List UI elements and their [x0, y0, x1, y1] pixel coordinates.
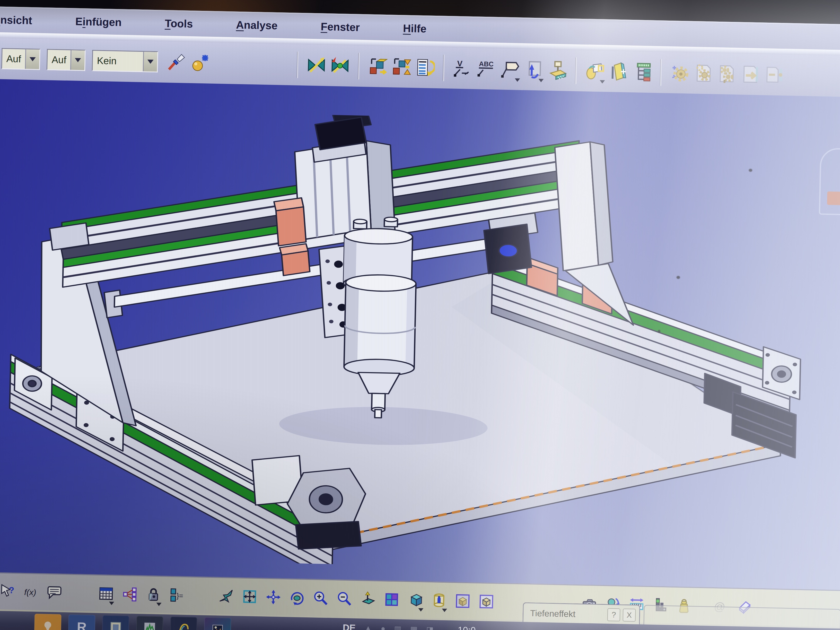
- zoom-out-icon[interactable]: [335, 590, 353, 607]
- scene-light-icon[interactable]: [546, 59, 568, 81]
- doc-transfer-icon[interactable]: [763, 64, 785, 86]
- comment-icon[interactable]: [46, 584, 63, 602]
- session-list-icon[interactable]: [414, 56, 436, 79]
- dust-speck: [658, 330, 660, 333]
- product-structure-icon[interactable]: [631, 61, 653, 83]
- cnc-machine-model: [0, 108, 829, 575]
- graphic-combo-1[interactable]: Auf: [1, 48, 40, 70]
- design-table-icon[interactable]: [97, 585, 115, 602]
- pan-icon[interactable]: [264, 588, 282, 606]
- tray-network-icon[interactable]: ▦: [410, 625, 418, 630]
- fit-all-icon[interactable]: [241, 588, 258, 606]
- text-with-leader-icon[interactable]: ABC: [475, 58, 497, 80]
- graphic-combo-2[interactable]: Auf: [47, 49, 86, 71]
- doc-gear-icon[interactable]: [692, 62, 714, 84]
- graphic-combo-3[interactable]: Kein: [92, 50, 158, 72]
- shading-edges-icon[interactable]: [477, 593, 495, 610]
- doc-gears-icon[interactable]: [716, 63, 738, 85]
- toolbar-separator: [660, 59, 662, 86]
- dust-speck: [676, 276, 680, 279]
- catia-window: Ansicht Einfügen Tools Analyse Fenster H…: [0, 6, 840, 630]
- dialog-title: Tiefeneffekt: [530, 608, 605, 620]
- rotate-icon[interactable]: [288, 589, 306, 606]
- isometric-view-icon[interactable]: [406, 591, 424, 609]
- workbench-badge-icon[interactable]: W: [819, 148, 840, 215]
- menu-ansicht[interactable]: Ansicht: [0, 14, 32, 27]
- window-app-icon[interactable]: [102, 615, 129, 630]
- combo-dropdown-icon[interactable]: [70, 50, 85, 70]
- tiefeneffekt-dialog: Tiefeneffekt ? X: [523, 602, 640, 625]
- zoom-in-icon[interactable]: [312, 589, 329, 607]
- combo-dropdown-icon[interactable]: [25, 49, 39, 69]
- dialog-close-button[interactable]: X: [622, 609, 636, 622]
- menu-fenster[interactable]: Fenster: [321, 21, 360, 34]
- menu-analyse[interactable]: Analyse: [236, 19, 278, 32]
- shading-icon[interactable]: [454, 592, 472, 610]
- tray-volume-icon[interactable]: ◨: [426, 625, 434, 630]
- svg-text:V: V: [457, 59, 463, 68]
- catia-app-icon[interactable]: [170, 617, 197, 630]
- toolbar-separator: [443, 55, 445, 81]
- render-style-icon[interactable]: [430, 592, 448, 609]
- dialog-help-button[interactable]: ?: [607, 608, 620, 621]
- section-slice-icon[interactable]: [329, 55, 351, 77]
- tray-updates-icon[interactable]: ▲: [364, 624, 372, 630]
- doc-export-icon[interactable]: [740, 63, 762, 85]
- hyperlink-icon[interactable]: [523, 59, 545, 81]
- magic-wand-icon[interactable]: [189, 52, 211, 74]
- menu-einfuegen[interactable]: Einfügen: [75, 16, 122, 29]
- pin-app-icon[interactable]: [34, 614, 62, 630]
- swap-components-icon[interactable]: [390, 56, 412, 78]
- edit-part-icon[interactable]: [584, 60, 606, 82]
- update-positions-icon[interactable]: [367, 55, 389, 77]
- gear-update-icon[interactable]: [669, 62, 691, 84]
- combo-dropdown-icon[interactable]: [143, 52, 158, 71]
- clock[interactable]: 10:0: [458, 625, 476, 630]
- tray-status-icon[interactable]: ●: [381, 624, 385, 630]
- toolbar-separator: [297, 52, 299, 78]
- fly-mode-icon[interactable]: [217, 587, 235, 605]
- paintbrush-icon[interactable]: [166, 51, 188, 73]
- system-tray: DE ▲ ● ▥ ▦ ◨ 10:0: [343, 622, 476, 630]
- lock-icon[interactable]: [145, 586, 163, 603]
- normal-view-icon[interactable]: [359, 590, 377, 608]
- multi-view-icon[interactable]: [383, 591, 400, 608]
- toolbar-separator: [575, 57, 577, 84]
- svg-text:f(x): f(x): [24, 587, 36, 597]
- svg-text:?: ?: [9, 585, 14, 595]
- formula-icon[interactable]: f(x): [22, 583, 40, 601]
- menu-tools[interactable]: Tools: [165, 17, 193, 30]
- svg-text:ABC: ABC: [479, 60, 494, 68]
- menu-hilfe[interactable]: Hilfe: [403, 22, 426, 35]
- relations-icon[interactable]: [121, 585, 139, 603]
- tray-flag-icon[interactable]: ▥: [394, 624, 401, 630]
- equivalent-dimensions-icon[interactable]: }=: [168, 586, 186, 604]
- gallery-app-icon[interactable]: [204, 617, 231, 630]
- waveform-app-icon[interactable]: [136, 616, 163, 630]
- 3d-viewport[interactable]: W: [0, 79, 840, 590]
- photo-of-monitor: Ansicht Einfügen Tools Analyse Fenster H…: [0, 0, 840, 630]
- new-plane-icon[interactable]: [607, 60, 630, 83]
- r-app-icon[interactable]: R: [68, 614, 95, 630]
- language-indicator[interactable]: DE: [343, 622, 356, 630]
- toolbar-separator: [358, 53, 360, 79]
- measure-between-icon[interactable]: V: [452, 57, 474, 79]
- svg-text:}=: }=: [177, 592, 183, 600]
- flag-note-icon[interactable]: [499, 58, 521, 80]
- context-help-icon[interactable]: ?: [0, 583, 16, 600]
- section-plane-icon[interactable]: [305, 54, 328, 76]
